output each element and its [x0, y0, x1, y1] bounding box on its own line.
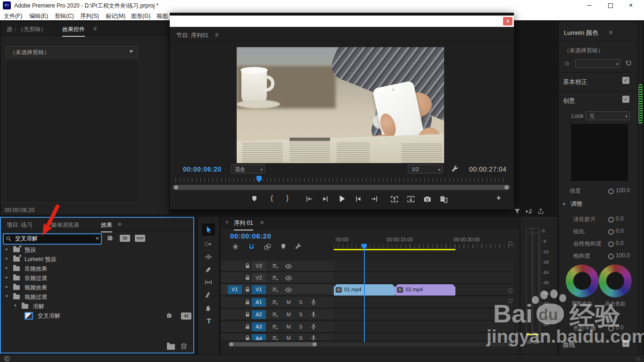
menu-view[interactable]: 视图	[157, 12, 168, 20]
lock-icon[interactable]	[244, 286, 251, 293]
twisty-icon[interactable]: ▾	[14, 303, 17, 308]
tab-effects[interactable]: 效果	[101, 221, 112, 229]
comparison-view-icon[interactable]	[439, 195, 448, 204]
pen-tool-icon[interactable]	[205, 291, 212, 299]
track-lane-v3[interactable]	[334, 261, 514, 272]
new-bin-icon[interactable]	[167, 344, 175, 350]
lock-icon[interactable]	[244, 263, 251, 269]
vertical-zoom-handle[interactable]	[508, 342, 512, 346]
panel-menu-icon[interactable]: ≡	[215, 32, 218, 38]
clear-search-icon[interactable]: ×	[95, 235, 99, 242]
program-timecode[interactable]: 00:00:06:20	[183, 165, 222, 173]
toggle-track-output-eye-icon[interactable]	[285, 286, 292, 294]
floating-titlebar[interactable]: x	[170, 16, 514, 27]
tint-balance-value[interactable]: 0.0	[616, 324, 624, 331]
faded-film-value[interactable]: 0.0	[616, 215, 624, 222]
vibrance-knob[interactable]	[608, 241, 614, 247]
voiceover-mic-icon[interactable]	[310, 299, 317, 305]
tree-item-audio-effects[interactable]: ▸ 音频效果	[6, 264, 190, 273]
play-audio-note-icon[interactable]	[525, 208, 532, 215]
vertical-zoom-handle[interactable]	[508, 241, 512, 246]
lock-icon[interactable]	[244, 335, 251, 341]
sync-lock-icon[interactable]	[272, 263, 279, 270]
settings-wrench-icon[interactable]	[452, 165, 459, 173]
creative-cloud-icon[interactable]	[4, 355, 10, 362]
close-panel-icon[interactable]: ×	[225, 219, 229, 226]
tab-sequence-01[interactable]: 序列 01	[234, 219, 253, 227]
snap-magnet-icon[interactable]	[248, 243, 255, 250]
sync-lock-icon[interactable]	[272, 323, 279, 330]
razor-tool-icon[interactable]	[205, 266, 212, 273]
tab-project[interactable]: 项目: 练习	[7, 221, 33, 229]
mark-in-icon[interactable]: {	[271, 194, 273, 202]
solo-button[interactable]: S	[297, 311, 305, 318]
zoom-fit-dropdown[interactable]: 适合▾	[231, 165, 265, 173]
mute-button[interactable]: M	[285, 334, 292, 341]
lock-icon[interactable]	[244, 274, 251, 281]
sync-lock-icon[interactable]	[272, 274, 279, 281]
menu-edit[interactable]: 编辑(E)	[29, 12, 48, 20]
menu-marker[interactable]: 标记(M)	[106, 12, 125, 20]
hand-tool-icon[interactable]	[205, 304, 212, 312]
toggle-track-output-eye-icon[interactable]	[285, 274, 292, 282]
effect-preset-dropdown[interactable]: ▾	[575, 59, 620, 68]
delete-icon[interactable]	[180, 342, 188, 350]
lock-icon[interactable]	[244, 311, 251, 318]
mute-button[interactable]: M	[285, 298, 292, 306]
twisty-icon[interactable]: ▾	[6, 294, 8, 298]
vibrance-value[interactable]: 0.0	[616, 240, 624, 247]
adjust-twisty-icon[interactable]: ▾	[563, 201, 565, 206]
export-share-icon[interactable]	[537, 208, 544, 214]
voiceover-mic-icon[interactable]	[310, 335, 317, 341]
saturation-knob[interactable]	[608, 254, 614, 259]
scrollbar-handle[interactable]	[504, 185, 509, 189]
mute-button[interactable]: M	[285, 323, 292, 330]
meter-option-button[interactable]	[527, 340, 531, 344]
basic-correction-checkbox[interactable]: ✓	[622, 77, 629, 84]
minimize-button[interactable]	[579, 0, 600, 10]
intensity-knob[interactable]	[608, 189, 614, 194]
tree-item-audio-transitions[interactable]: ▸ 音频过渡	[6, 273, 190, 283]
panel-menu-icon[interactable]: ≡	[118, 221, 121, 228]
go-to-out-icon[interactable]	[371, 195, 378, 203]
nest-sequence-icon[interactable]	[232, 243, 239, 250]
scrollbar-handle[interactable]	[229, 342, 233, 346]
tint-balance-knob[interactable]	[608, 326, 614, 331]
mini-audio-meter[interactable]	[638, 84, 643, 124]
step-back-icon[interactable]	[322, 195, 329, 203]
lock-icon[interactable]	[244, 323, 251, 330]
work-area-bar[interactable]	[334, 249, 455, 250]
yuv-badge[interactable]: YUV	[135, 235, 145, 242]
track-lane-v2[interactable]	[334, 272, 514, 284]
sync-lock-icon[interactable]	[272, 335, 279, 341]
track-lane-v1[interactable]: fx 01.mp4 fx 02.mp4	[334, 284, 514, 296]
vertical-zoom-handle[interactable]	[508, 299, 512, 303]
track-lane-a3[interactable]	[334, 321, 514, 333]
track-select-forward-tool-icon[interactable]	[205, 240, 212, 248]
floating-close-button[interactable]: x	[503, 17, 512, 25]
tree-item-cross-dissolve[interactable]: 交叉溶解 32	[6, 311, 190, 321]
scrollbar-handle[interactable]	[174, 185, 178, 189]
sharpen-value[interactable]: 0.0	[616, 228, 624, 234]
solo-button[interactable]: S	[297, 334, 305, 341]
solo-button[interactable]: S	[297, 323, 305, 330]
filter-funnel-icon[interactable]	[514, 208, 520, 214]
shadow-tint-wheel[interactable]	[566, 264, 599, 297]
curves-checkbox[interactable]: ✓	[622, 340, 629, 347]
sharpen-knob[interactable]	[608, 229, 614, 235]
step-forward-icon[interactable]	[355, 195, 362, 203]
lock-icon[interactable]	[244, 299, 251, 305]
vertical-zoom-handle[interactable]	[508, 288, 512, 293]
tab-source-monitor[interactable]: 源：（无剪辑）	[7, 25, 46, 33]
tree-item-video-effects[interactable]: ▸ 视频效果	[6, 283, 190, 292]
track-name-a3[interactable]: A3	[252, 322, 266, 331]
voiceover-mic-icon[interactable]	[310, 311, 317, 318]
panel-menu-icon[interactable]: ≡	[93, 25, 97, 32]
meter-option-button[interactable]	[534, 340, 538, 344]
ripple-edit-tool-icon[interactable]	[205, 253, 212, 261]
panel-menu-icon[interactable]: ≡	[260, 219, 264, 226]
mark-out-icon[interactable]: }	[286, 194, 289, 202]
accelerated-effects-icon[interactable]	[107, 235, 115, 242]
saturation-value[interactable]: 100.0	[616, 252, 630, 259]
slip-tool-icon[interactable]	[205, 279, 212, 286]
